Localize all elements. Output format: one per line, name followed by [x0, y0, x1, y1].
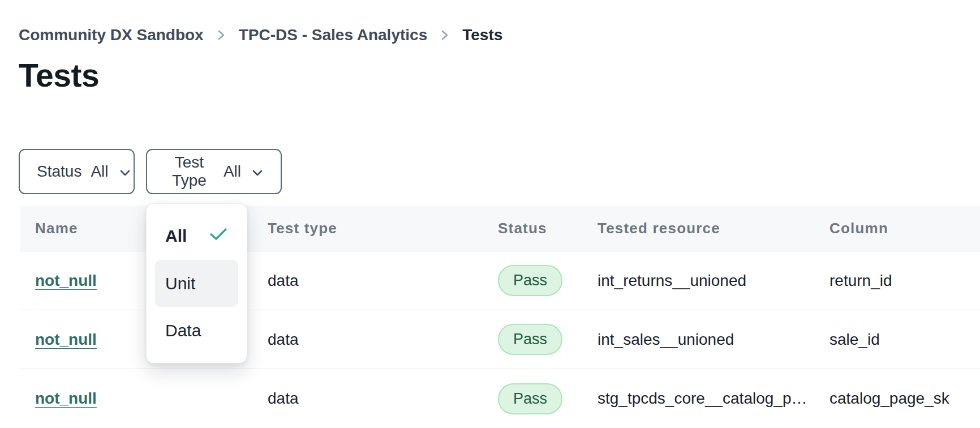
status-badge: Pass	[498, 383, 562, 414]
status-badge: Pass	[498, 324, 562, 355]
test-type-cell: data	[268, 390, 498, 408]
breadcrumb-current: Tests	[462, 26, 502, 44]
status-filter-label: Status	[37, 162, 81, 181]
menu-option-label: All	[165, 226, 187, 246]
column-cell: sale_id	[829, 331, 980, 349]
menu-option-all[interactable]: All	[155, 212, 238, 260]
tests-page: Community DX Sandbox TPC-DS - Sales Anal…	[0, 0, 980, 428]
column-header-status: Status	[498, 220, 598, 237]
menu-option-data[interactable]: Data	[155, 307, 238, 354]
table-row: not_null data Pass stg_tpcds_core__catal…	[20, 369, 980, 428]
column-header-column: Column	[829, 220, 980, 237]
menu-option-label: Unit	[165, 274, 195, 293]
chevron-down-icon	[250, 162, 264, 181]
test-name-link[interactable]: not_null	[35, 272, 97, 289]
test-type-filter-button[interactable]: Test Type All	[146, 149, 282, 194]
menu-option-unit[interactable]: Unit	[155, 260, 238, 307]
column-cell: return_id	[829, 272, 980, 290]
test-type-dropdown-menu: All Unit Data	[146, 203, 247, 363]
test-type-filter-value: All	[223, 162, 241, 181]
tested-resource-cell: int_sales__unioned	[598, 331, 829, 349]
page-title: Tests	[19, 57, 99, 94]
status-badge: Pass	[498, 265, 562, 296]
breadcrumb: Community DX Sandbox TPC-DS - Sales Anal…	[19, 26, 502, 44]
test-name-link[interactable]: not_null	[35, 331, 97, 348]
checkmark-icon	[209, 226, 228, 246]
column-cell: catalog_page_sk	[829, 390, 980, 408]
menu-option-label: Data	[165, 321, 201, 340]
status-filter-button[interactable]: Status All	[19, 149, 135, 194]
chevron-right-icon	[216, 29, 226, 41]
breadcrumb-link-environment[interactable]: TPC-DS - Sales Analytics	[239, 26, 428, 44]
chevron-down-icon	[118, 162, 131, 181]
test-type-filter-label: Test Type	[164, 153, 214, 190]
tested-resource-cell: int_returns__unioned	[598, 272, 829, 290]
tested-resource-cell: stg_tpcds_core__catalog_p…	[598, 390, 829, 408]
breadcrumb-link-project[interactable]: Community DX Sandbox	[19, 26, 204, 44]
column-header-test-type: Test type	[268, 220, 498, 237]
test-type-cell: data	[268, 272, 498, 290]
column-header-tested-resource: Tested resource	[598, 220, 829, 237]
chevron-right-icon	[440, 29, 450, 41]
status-filter-value: All	[91, 162, 108, 181]
test-name-link[interactable]: not_null	[35, 390, 97, 407]
test-type-cell: data	[268, 331, 498, 349]
